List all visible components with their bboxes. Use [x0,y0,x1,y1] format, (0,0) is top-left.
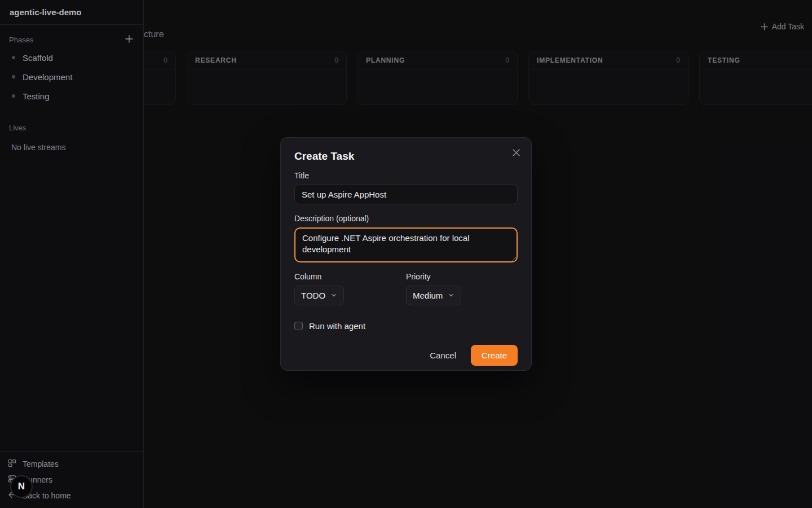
sidebar-header: agentic-live-demo [0,0,143,25]
phase-dot-icon [12,94,15,98]
task-description-textarea[interactable] [294,227,518,262]
close-icon [513,150,520,158]
sidebar-item-templates[interactable]: Templates [0,456,143,472]
sidebar-item-development[interactable]: Development [0,67,143,86]
add-phase-button[interactable] [124,34,134,46]
dialog-title: Create Task [294,150,518,163]
close-button[interactable] [509,146,523,161]
chevron-down-icon [330,291,337,300]
description-field-label: Description (optional) [294,214,518,223]
phase-label: Development [23,72,72,82]
no-live-streams-text: No live streams [0,143,143,152]
priority-field-label: Priority [406,272,518,281]
create-button[interactable]: Create [471,345,518,366]
phase-dot-icon [12,56,15,59]
sidebar: agentic-live-demo Phases Scaffold Develo… [0,0,144,508]
phase-dot-icon [12,75,15,78]
phase-label: Scaffold [23,53,53,63]
column-field-label: Column [294,272,406,281]
run-with-agent-checkbox[interactable] [294,322,303,330]
chevron-down-icon [448,291,454,300]
sidebar-item-testing[interactable]: Testing [0,86,143,106]
plus-icon [125,35,133,45]
priority-select[interactable]: Medium [406,286,461,305]
nextjs-dev-badge[interactable]: N [10,475,33,498]
templates-icon [8,459,16,469]
cancel-button[interactable]: Cancel [430,351,456,360]
task-title-input[interactable] [294,185,518,204]
run-with-agent-option[interactable]: Run with agent [294,321,518,331]
column-select[interactable]: TODO [294,286,344,305]
lives-section-label: Lives [9,124,26,132]
phase-label: Testing [23,91,50,101]
templates-label: Templates [23,459,59,468]
n-logo-icon: N [18,481,25,492]
priority-select-value: Medium [413,291,443,300]
run-with-agent-label: Run with agent [309,321,365,331]
app-title: agentic-live-demo [10,7,82,17]
phases-section-label: Phases [9,36,33,44]
create-task-dialog: Create Task Title Description (optional)… [280,137,532,371]
sidebar-item-scaffold[interactable]: Scaffold [0,48,143,67]
column-select-value: TODO [301,291,325,300]
title-field-label: Title [294,171,518,180]
